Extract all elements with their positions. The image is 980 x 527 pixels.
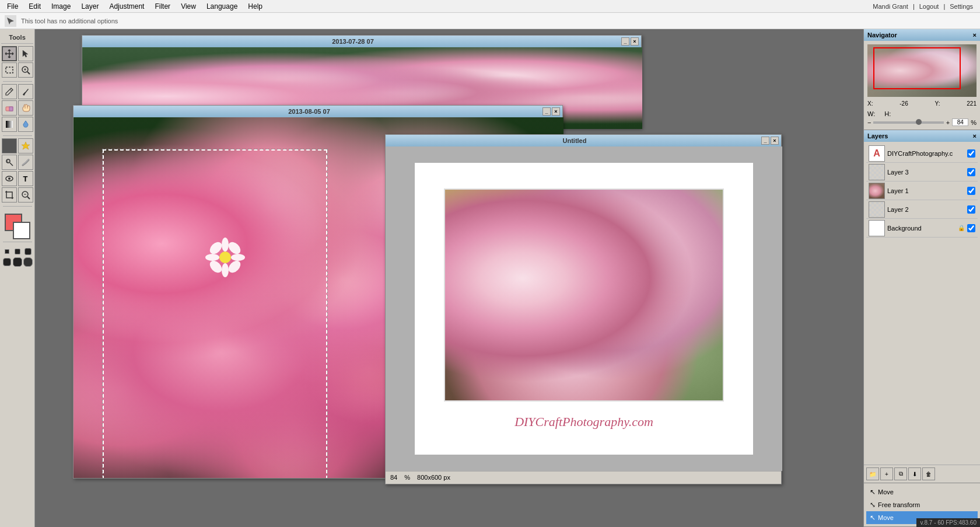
layers-list: A DIYCraftPhotography.c Layer 3 Layer 1 xyxy=(864,142,980,465)
doc-close-3[interactable]: × xyxy=(771,137,779,145)
nav-zoom-plus-icon[interactable]: + xyxy=(946,119,950,126)
layer-name-3: Layer 3 xyxy=(887,169,965,176)
menu-help[interactable]: Help xyxy=(243,1,267,12)
op-move-label-1: Move xyxy=(878,488,894,495)
layer-name-0: DIYCraftPhotography.c xyxy=(887,150,965,157)
layers-titlebar[interactable]: Layers × xyxy=(864,130,980,142)
tool-text[interactable]: T xyxy=(18,171,33,186)
menu-adjustment[interactable]: Adjustment xyxy=(104,1,149,12)
tool-smudge[interactable] xyxy=(18,155,33,170)
layer-visible-2[interactable] xyxy=(967,205,975,214)
tool-zoom[interactable] xyxy=(18,62,33,78)
logout-link[interactable]: Logout xyxy=(919,3,939,10)
navigator-title: Navigator xyxy=(867,32,897,39)
tool-eraser[interactable] xyxy=(2,100,17,116)
layer-name-2: Layer 2 xyxy=(887,206,965,213)
doc-close-1[interactable]: × xyxy=(631,37,639,46)
tool-pencil[interactable] xyxy=(2,84,17,99)
version-bar: v.8.7 - 60 FPS:483.60 xyxy=(916,518,980,527)
tool-bucket[interactable] xyxy=(18,117,33,132)
brush-size-6[interactable] xyxy=(23,257,33,267)
brush-size-4[interactable] xyxy=(3,258,11,266)
tool-eye[interactable] xyxy=(2,171,17,186)
svg-marker-11 xyxy=(22,142,30,149)
zoom-symbol: % xyxy=(404,474,410,481)
zoom-value: 84 xyxy=(390,474,397,481)
tool-hand[interactable] xyxy=(18,100,33,116)
tool-move[interactable] xyxy=(2,46,17,61)
op-free-transform[interactable]: ⤡ Free transform xyxy=(866,498,978,511)
tool-clone[interactable] xyxy=(2,155,17,170)
menu-file[interactable]: File xyxy=(2,1,23,12)
layer-visible-bg[interactable] xyxy=(967,224,975,232)
menu-layer[interactable]: Layer xyxy=(76,1,103,12)
doc-close-2[interactable]: × xyxy=(552,107,560,116)
nav-zoom-row: − + % xyxy=(867,118,977,126)
menu-image[interactable]: Image xyxy=(47,1,75,12)
settings-link[interactable]: Settings xyxy=(950,3,973,10)
layer-3[interactable]: Layer 3 xyxy=(866,163,978,182)
layers-new-layer[interactable]: + xyxy=(880,467,893,480)
layers-close[interactable]: × xyxy=(973,132,977,139)
tool-rect-solid[interactable] xyxy=(2,138,17,153)
brush-size-5[interactable] xyxy=(13,257,22,267)
doc-title-3: Untitled xyxy=(388,137,761,144)
tool-select-arrow[interactable] xyxy=(18,46,33,61)
tool-gradient[interactable] xyxy=(2,117,17,132)
menubar: File Edit Image Layer Adjustment Filter … xyxy=(0,0,980,13)
brush-size-3[interactable] xyxy=(24,248,32,255)
layers-merge[interactable]: ⬇ xyxy=(908,467,921,480)
untitled-canvas: DIYCraftPhotography.com xyxy=(415,163,753,455)
layer-diycraftphotography[interactable]: A DIYCraftPhotography.c xyxy=(866,144,978,163)
layers-new-group[interactable]: 📁 xyxy=(866,467,879,480)
nav-zoom-input[interactable] xyxy=(952,118,968,126)
nav-x-value: -26 xyxy=(900,100,908,107)
svg-rect-8 xyxy=(9,107,13,111)
layer-1[interactable]: Layer 1 xyxy=(866,182,978,200)
brush-size-1[interactable] xyxy=(5,249,9,254)
navigator-titlebar[interactable]: Navigator × xyxy=(864,29,980,41)
layers-duplicate[interactable]: ⧉ xyxy=(894,467,907,480)
layer-visible-3[interactable] xyxy=(967,168,975,176)
brush-size-2[interactable] xyxy=(15,249,20,254)
rose-image xyxy=(444,189,724,402)
svg-rect-10 xyxy=(6,142,13,149)
tool-zoom-minus[interactable] xyxy=(18,187,33,203)
main-layout: Tools xyxy=(0,29,980,527)
doc-minimize-1[interactable]: _ xyxy=(621,37,629,46)
nav-viewport-box xyxy=(873,47,961,89)
menu-language[interactable]: Language xyxy=(202,1,242,12)
nav-zoom-slider[interactable] xyxy=(873,121,943,124)
tool-brush[interactable] xyxy=(18,84,33,99)
tool-row-4 xyxy=(2,100,33,116)
navigator-close[interactable]: × xyxy=(973,32,977,39)
nav-zoom-minus-icon[interactable]: − xyxy=(867,119,871,126)
svg-point-18 xyxy=(219,252,231,263)
doc-titlebar-1[interactable]: 2013-07-28 07 _ × xyxy=(82,36,641,47)
doc-minimize-2[interactable]: _ xyxy=(542,107,551,116)
svg-point-21 xyxy=(205,254,219,261)
menu-edit[interactable]: Edit xyxy=(24,1,46,12)
menu-view[interactable]: View xyxy=(176,1,201,12)
doc-titlebar-2[interactable]: 2013-08-05 07 _ × xyxy=(74,106,562,117)
op-move-1[interactable]: ↖ Move xyxy=(866,486,978,498)
tool-crop[interactable] xyxy=(2,187,17,203)
layer-background[interactable]: Background 🔒 xyxy=(866,219,978,238)
tool-star[interactable] xyxy=(18,138,33,153)
menu-filter[interactable]: Filter xyxy=(150,1,175,12)
svg-line-5 xyxy=(10,89,12,91)
doc-minimize-3[interactable]: _ xyxy=(761,137,769,145)
layer-2[interactable]: Layer 2 xyxy=(866,200,978,219)
menu-right: Mandi Grant | Logout | Settings xyxy=(873,3,978,10)
doc-canvas-3[interactable]: DIYCraftPhotography.com xyxy=(386,146,782,471)
nav-x-label: X: xyxy=(867,100,873,107)
layer-visible-0[interactable] xyxy=(967,149,975,158)
tool-rect-select[interactable] xyxy=(2,62,17,78)
layers-toolbar: 📁 + ⧉ ⬇ 🗑 xyxy=(864,465,980,483)
layers-delete[interactable]: 🗑 xyxy=(922,467,935,480)
doc-titlebar-3[interactable]: Untitled _ × xyxy=(386,135,781,146)
background-color[interactable] xyxy=(13,222,30,239)
svg-point-22 xyxy=(231,254,245,261)
layer-visible-1[interactable] xyxy=(967,187,975,195)
color-swatch-area xyxy=(5,214,30,239)
